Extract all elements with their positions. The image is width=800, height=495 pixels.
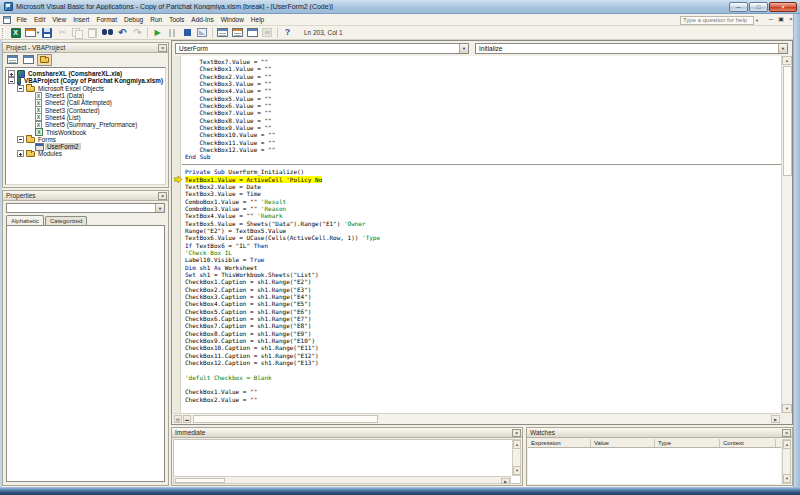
menu-view[interactable]: View [49,14,70,26]
code-line[interactable]: CheckBox12.Value = "" [173,146,781,153]
code-line[interactable]: TextBox4.Value = "" 'Remark [173,212,781,219]
mdi-minimize-button[interactable]: ─ [766,16,776,24]
watches-close-icon[interactable]: × [782,429,791,437]
code-line[interactable]: CheckBox6.Caption = sh1.Range("E7") [173,315,781,322]
code-line[interactable]: 'Check Box IL [173,249,781,256]
project-panel-caption[interactable]: Project - VBAProject × [3,43,168,53]
help-button[interactable] [280,26,295,39]
code-line[interactable]: Private Sub UserForm_Initialize() [173,168,781,175]
code-line[interactable]: CheckBox1.Value = "" [173,388,781,395]
design-mode-button[interactable] [195,26,210,39]
immediate-horizontal-scrollbar[interactable]: ▶ [173,476,511,484]
tree-item-microsoft-excel-objects[interactable]: Microsoft Excel Objects [6,85,165,92]
tree-item-sheet1-data[interactable]: XSheet1 (Data) [6,92,165,99]
project-explorer-button[interactable] [215,26,230,39]
find-button[interactable] [100,26,115,39]
scroll-right-icon[interactable]: ▶ [771,415,780,423]
toolbar-grip[interactable] [2,28,5,38]
code-line[interactable]: TextBox7.Value = "" [173,58,781,65]
scroll-up-icon[interactable]: ▲ [513,440,521,449]
code-line[interactable]: CheckBox1.Caption = sh1.Range("E2") [173,278,781,285]
scroll-down-icon[interactable]: ▼ [783,474,791,483]
menu-debug[interactable]: Debug [121,14,147,26]
code-line[interactable]: CheckBox3.Value = "" [173,80,781,87]
code-line[interactable]: CheckBox5.Caption = sh1.Range("E6") [173,308,781,315]
object-browser-button[interactable] [245,26,260,39]
expand-icon[interactable] [8,70,15,77]
tree-item-sheet2-call-attempted[interactable]: XSheet2 (Call Attempted) [6,99,165,106]
code-line[interactable]: CheckBox11.Caption = sh1.Range("E12") [173,352,781,359]
collapse-icon[interactable] [17,85,24,92]
mdi-restore-button[interactable]: ▣ [776,16,786,24]
code-line[interactable] [173,381,781,388]
properties-window-button[interactable] [230,26,245,39]
watches-column-value[interactable]: Value [591,439,655,447]
help-dropdown-icon[interactable]: ▼ [755,18,759,23]
code-line[interactable]: CheckBox7.Caption = sh1.Range("E8") [173,322,781,329]
maximize-button[interactable]: □ [749,2,768,12]
code-line[interactable]: CheckBox4.Caption = sh1.Range("E5") [173,300,781,307]
code-line[interactable]: End Sub [173,153,781,160]
code-line[interactable]: 'defult Checkbox = Blank [173,374,781,381]
expand-icon[interactable] [17,150,24,157]
watches-column-type[interactable]: Type [655,439,720,447]
code-line[interactable]: ComboBox3.Value = "" 'Reason [173,205,781,212]
code-line[interactable]: CheckBox8.Value = "" [173,117,781,124]
menu-edit[interactable]: Edit [30,14,48,26]
code-line[interactable]: Range("E2") = TextBox5.Value [173,227,781,234]
run-button[interactable] [150,26,165,39]
code-line[interactable]: CheckBox8.Caption = sh1.Range("E9") [173,330,781,337]
code-editor[interactable]: TextBox7.Value = "" CheckBox1.Value = ""… [173,56,781,413]
code-line[interactable]: CheckBox2.Value = "" [173,73,781,80]
code-line[interactable]: TextBox1.Value = ActiveCell 'Policy No [173,176,781,183]
menu-help[interactable]: Help [247,14,267,26]
watches-vertical-scrollbar[interactable]: ▲ ▼ [782,439,791,484]
code-line[interactable]: Label10.Visible = True [173,256,781,263]
tab-alphabetic[interactable]: Alphabetic [6,215,44,225]
menu-tools[interactable]: Tools [166,14,188,26]
code-line[interactable]: CheckBox9.Caption = sh1.Range("E10") [173,337,781,344]
scrollbar-thumb[interactable] [783,66,792,176]
immediate-caption[interactable]: Immediate × [172,428,522,438]
tree-item-modules[interactable]: Modules [6,150,165,157]
watches-column-expression[interactable]: Expression [528,439,591,447]
menu-file[interactable]: File [13,14,30,26]
properties-panel-close-icon[interactable]: × [158,192,167,200]
scroll-right-icon[interactable]: ▶ [501,478,510,484]
save-button[interactable] [40,26,55,39]
help-search-input[interactable] [680,16,754,25]
view-microsoft-excel-button[interactable]: X [8,26,23,39]
code-line[interactable]: If TextBox6 = "IL" Then [173,242,781,249]
view-object-button[interactable] [21,54,36,66]
reset-button[interactable] [180,26,195,39]
code-line[interactable]: TextBox3.Value = Time [173,190,781,197]
properties-list[interactable] [6,225,165,482]
code-window-icon[interactable] [3,16,11,24]
code-line[interactable]: Dim sh1 As Worksheet [173,264,781,271]
collapse-icon[interactable] [17,136,24,143]
chevron-down-icon[interactable]: ▼ [459,44,468,53]
code-line[interactable]: CheckBox7.Value = "" [173,109,781,116]
procedure-dropdown[interactable]: Initialize ▼ [475,43,788,54]
project-panel-close-icon[interactable]: × [158,44,167,52]
watches-list[interactable] [528,448,781,484]
watches-caption[interactable]: Watches × [527,428,792,438]
code-line[interactable]: CheckBox6.Value = "" [173,102,781,109]
tree-item-sheet5-summary-preformance[interactable]: XSheet5 (Summary_Preformance) [6,121,165,128]
insert-userform-button[interactable] [23,26,38,39]
code-line[interactable]: CheckBox11.Value = "" [173,139,781,146]
scroll-down-icon[interactable]: ▼ [513,466,521,475]
scroll-up-icon[interactable]: ▲ [782,56,792,65]
code-line[interactable]: TextBox2.Value = Date [173,183,781,190]
tree-item-comsharexl-comsharexl-xla[interactable]: ComshareXL (ComshareXL.xla) [6,70,165,77]
full-module-view-button[interactable]: ▤ [174,415,182,423]
code-line[interactable]: CheckBox4.Value = "" [173,87,781,94]
code-line[interactable]: CheckBox2.Value = "" [173,396,781,403]
immediate-close-icon[interactable]: × [512,429,521,437]
code-line[interactable]: CheckBox5.Value = "" [173,95,781,102]
scrollbar-thumb[interactable] [175,478,225,483]
menu-format[interactable]: Format [93,14,121,26]
object-dropdown[interactable]: UserForm ▼ [175,43,469,54]
menu-addins[interactable]: Add-Ins [188,14,217,26]
collapse-icon[interactable] [8,77,15,84]
